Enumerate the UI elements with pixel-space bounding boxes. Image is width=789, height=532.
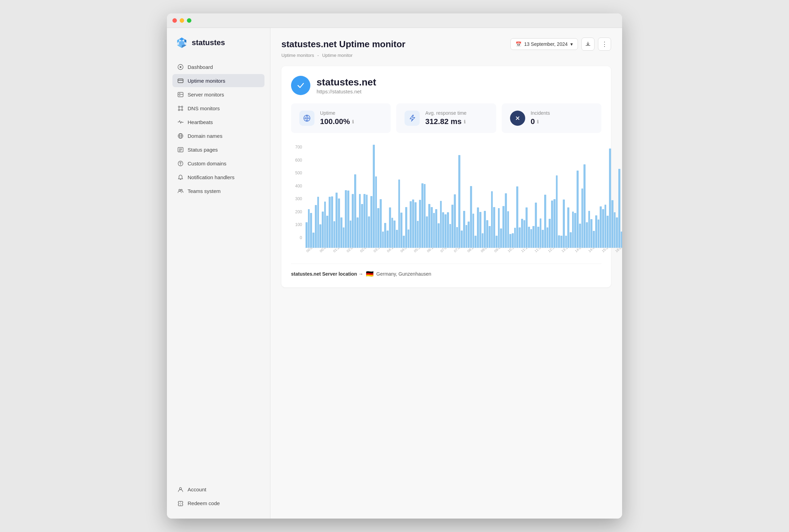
chart-bar[interactable]: [614, 212, 616, 248]
chart-bar[interactable]: [532, 226, 535, 248]
chart-bar[interactable]: [456, 227, 458, 248]
sidebar-item-dashboard[interactable]: Dashboard: [172, 60, 264, 73]
chart-bar[interactable]: [415, 202, 417, 248]
sidebar-item-heartbeats[interactable]: Heartbeats: [172, 115, 264, 129]
chart-bar[interactable]: [389, 207, 391, 248]
chart-bar[interactable]: [593, 231, 595, 248]
chart-bar[interactable]: [547, 227, 549, 248]
incidents-info-icon[interactable]: ℹ: [537, 119, 539, 124]
chart-bar[interactable]: [491, 191, 493, 248]
chart-bar[interactable]: [514, 228, 516, 248]
chart-bar[interactable]: [484, 211, 486, 248]
chart-bar[interactable]: [391, 218, 393, 248]
chart-bar[interactable]: [570, 232, 572, 248]
chart-bar[interactable]: [590, 219, 592, 248]
chart-bar[interactable]: [331, 196, 333, 248]
chart-bar[interactable]: [509, 234, 511, 248]
chart-bar[interactable]: [370, 196, 372, 248]
chart-bar[interactable]: [438, 223, 440, 248]
chart-bar[interactable]: [621, 232, 622, 248]
chart-bar[interactable]: [600, 206, 602, 248]
chart-bar[interactable]: [403, 236, 405, 248]
chart-bar[interactable]: [435, 209, 437, 248]
chart-bar[interactable]: [542, 230, 544, 248]
chart-bar[interactable]: [567, 207, 569, 248]
chart-bar[interactable]: [581, 188, 583, 248]
chart-bar[interactable]: [417, 221, 419, 248]
chart-bar[interactable]: [466, 225, 468, 248]
chart-bar[interactable]: [598, 219, 600, 248]
chart-bar[interactable]: [350, 221, 352, 248]
chart-bar[interactable]: [558, 235, 560, 248]
chart-bar[interactable]: [482, 233, 484, 248]
chart-bar[interactable]: [461, 231, 463, 248]
sidebar-item-account[interactable]: Account: [172, 483, 264, 496]
download-button[interactable]: [581, 38, 595, 51]
chart-bar[interactable]: [489, 226, 491, 248]
sidebar-item-notification-handlers[interactable]: Notification handlers: [172, 171, 264, 184]
chart-bar[interactable]: [579, 224, 581, 248]
chart-bar[interactable]: [586, 222, 588, 248]
sidebar-item-dns-monitors[interactable]: DNS monitors: [172, 102, 264, 115]
chart-bar[interactable]: [565, 236, 567, 248]
chart-bar[interactable]: [549, 219, 551, 248]
chart-bar[interactable]: [343, 227, 345, 248]
chart-bar[interactable]: [382, 232, 384, 248]
chart-bar[interactable]: [326, 216, 328, 248]
chart-bar[interactable]: [359, 194, 361, 248]
chart-bar[interactable]: [319, 224, 321, 248]
chart-bar[interactable]: [519, 227, 521, 248]
chart-bar[interactable]: [577, 171, 579, 248]
sidebar-item-domain-names[interactable]: Domain names: [172, 129, 264, 142]
maximize-button[interactable]: [187, 18, 191, 23]
chart-bar[interactable]: [354, 174, 356, 248]
chart-bar[interactable]: [408, 229, 410, 248]
chart-bar[interactable]: [426, 216, 428, 248]
chart-bar[interactable]: [412, 200, 414, 248]
sidebar-item-redeem-code[interactable]: Redeem code: [172, 497, 264, 510]
chart-bar[interactable]: [537, 227, 539, 248]
sidebar-item-server-monitors[interactable]: Server monitors: [172, 88, 264, 101]
chart-bar[interactable]: [583, 164, 586, 248]
chart-bar[interactable]: [507, 211, 509, 248]
chart-bar[interactable]: [442, 212, 444, 248]
chart-bar[interactable]: [486, 220, 488, 248]
chart-bar[interactable]: [505, 193, 507, 248]
chart-bar[interactable]: [516, 186, 518, 248]
chart-bar[interactable]: [317, 197, 319, 248]
chart-bar[interactable]: [454, 194, 456, 248]
chart-bar[interactable]: [308, 209, 310, 248]
chart-bar[interactable]: [396, 230, 398, 248]
chart-bar[interactable]: [551, 201, 553, 248]
breadcrumb-parent[interactable]: Uptime monitors: [281, 53, 314, 58]
chart-bar[interactable]: [544, 195, 546, 248]
chart-bar[interactable]: [500, 228, 502, 248]
chart-bar[interactable]: [528, 227, 530, 248]
chart-bar[interactable]: [312, 233, 314, 248]
chart-bar[interactable]: [405, 207, 407, 248]
chart-bar[interactable]: [431, 207, 433, 248]
chart-bar[interactable]: [347, 191, 349, 248]
chart-bar[interactable]: [361, 204, 363, 248]
chart-bar[interactable]: [493, 207, 495, 248]
chart-bar[interactable]: [329, 197, 331, 248]
chart-bar[interactable]: [340, 217, 342, 248]
chart-bar[interactable]: [424, 184, 426, 248]
chart-bar[interactable]: [315, 205, 317, 248]
chart-bar[interactable]: [368, 216, 370, 248]
chart-bar[interactable]: [393, 221, 396, 248]
chart-bar[interactable]: [324, 202, 326, 248]
chart-bar[interactable]: [345, 190, 347, 248]
chart-bar[interactable]: [611, 200, 613, 248]
chart-bar[interactable]: [380, 199, 382, 248]
chart-bar[interactable]: [421, 183, 423, 248]
chart-bar[interactable]: [363, 194, 366, 248]
chart-bar[interactable]: [384, 223, 386, 248]
chart-bar[interactable]: [618, 169, 620, 248]
chart-bar[interactable]: [498, 208, 500, 248]
chart-bar[interactable]: [333, 221, 336, 248]
uptime-info-icon[interactable]: ℹ: [352, 119, 354, 124]
chart-bar[interactable]: [553, 199, 556, 248]
chart-bar[interactable]: [352, 194, 354, 248]
chart-bar[interactable]: [463, 211, 465, 248]
